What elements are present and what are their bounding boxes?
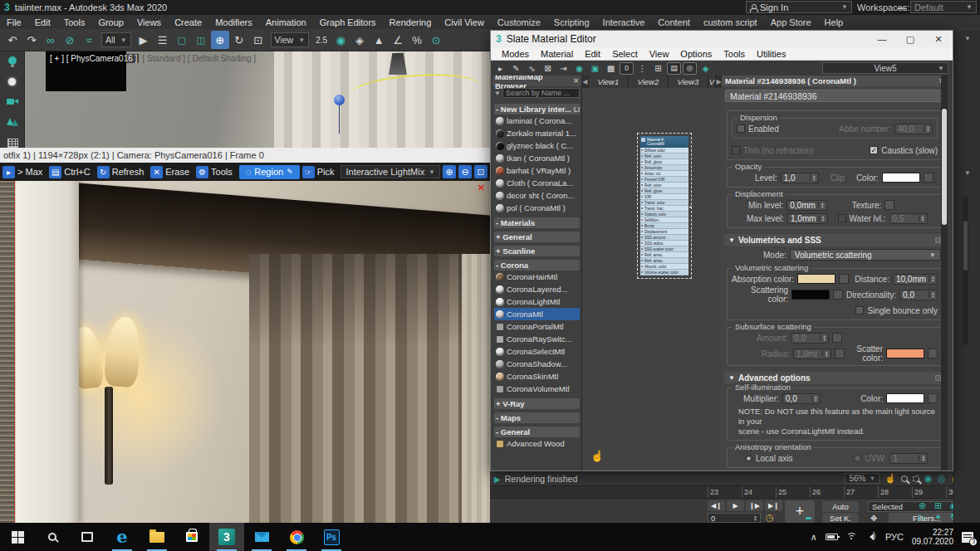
- vfb-lightmix-dropdown[interactable]: Interactive LightMix ▼: [341, 165, 440, 178]
- node-canvas[interactable]: Material #.. CoronaMtl Diffuse colorRefl…: [582, 88, 722, 471]
- menu-item[interactable]: Rendering: [383, 17, 439, 27]
- grid-icon[interactable]: [7, 137, 18, 148]
- vfb-tools-button[interactable]: ⚙ Tools: [196, 166, 237, 178]
- unlink-selection-icon[interactable]: ⊘: [61, 31, 79, 49]
- workspace-dropdown[interactable]: Default ▼: [910, 1, 977, 13]
- taskbar-photoshop[interactable]: Ps: [314, 523, 349, 551]
- show-map-in-viewport-icon[interactable]: ▣: [588, 62, 602, 75]
- timeline-tick[interactable]: 25: [776, 486, 810, 499]
- node-slot[interactable]: Opacity color: [640, 212, 688, 217]
- action-center-icon[interactable]: 3: [962, 532, 973, 543]
- close-button[interactable]: ✕: [924, 31, 953, 47]
- go-to-end-button[interactable]: ▶❙: [765, 500, 782, 511]
- timeline-tick[interactable]: 29: [912, 486, 946, 499]
- menu-item[interactable]: File: [0, 17, 28, 27]
- directionality-spinner[interactable]: 0,0▲▼: [899, 290, 938, 300]
- taskbar-search-button[interactable]: [35, 523, 70, 551]
- browser-row[interactable]: pol ( CoronaMtl ): [494, 202, 580, 214]
- scattering-map-button[interactable]: [833, 290, 843, 300]
- search-input[interactable]: Search by Name ...: [502, 88, 580, 98]
- show-numbers-icon[interactable]: 0: [620, 62, 634, 75]
- rollout-pin-icon[interactable]: [935, 237, 941, 243]
- menu-item[interactable]: Edit: [579, 49, 606, 59]
- menu-item[interactable]: Customize: [491, 17, 547, 27]
- angle-snap-icon[interactable]: ∠: [389, 31, 407, 49]
- vfb-zoom-out-button[interactable]: ⊖: [458, 165, 472, 178]
- zoom-extents-icon[interactable]: ◉: [924, 473, 933, 484]
- light-icon[interactable]: [7, 56, 18, 67]
- uvw-radio[interactable]: [854, 455, 861, 462]
- vfb-region-button[interactable]: ◌ Region ✎: [239, 165, 300, 179]
- menu-item[interactable]: Views: [130, 17, 168, 27]
- menu-item[interactable]: Select: [606, 49, 644, 59]
- pan-hand-icon[interactable]: ☝: [590, 450, 604, 462]
- tab-scroll-right-icon[interactable]: ▶: [716, 76, 722, 88]
- sss-radius-spinner[interactable]: 1,0mr▲▼: [793, 349, 831, 359]
- chevron-down-icon[interactable]: ▼: [964, 35, 971, 42]
- slate-titlebar[interactable]: 3 Slate Material Editor — ▢ ✕: [491, 31, 953, 47]
- taskbar-chrome[interactable]: [279, 523, 314, 551]
- volume-icon[interactable]: [866, 534, 874, 540]
- node-slot[interactable]: SSS scatter color: [640, 246, 688, 252]
- view-tab-partial[interactable]: V: [708, 76, 715, 88]
- scattering-color-swatch[interactable]: [791, 290, 830, 300]
- selection-filter-dropdown[interactable]: All ▼: [101, 32, 131, 47]
- pick-material-icon[interactable]: ✎: [509, 62, 523, 75]
- walkthrough-icon[interactable]: ✦: [931, 511, 945, 523]
- hide-unused-slots-icon[interactable]: ▤: [667, 62, 681, 75]
- use-pivot-icon[interactable]: ◉: [331, 31, 350, 49]
- zoom-all-icon[interactable]: ⊞: [931, 500, 945, 511]
- sss-amount-map-button[interactable]: [832, 333, 842, 343]
- node-slot[interactable]: Fresnel IOR: [640, 177, 688, 183]
- sss-scatter-color-swatch[interactable]: [886, 349, 924, 358]
- node-slot[interactable]: Refr. aniso.: [640, 258, 688, 264]
- menu-item[interactable]: Options: [674, 49, 718, 59]
- browser-row[interactable]: barhat ( VRayMtl ): [494, 164, 580, 177]
- menu-item[interactable]: Graph Editors: [313, 17, 383, 27]
- vfb-copy-button[interactable]: ▤ Ctrl+C: [49, 166, 94, 178]
- select-by-name-icon[interactable]: ☰: [154, 31, 172, 49]
- browser-row[interactable]: - Corona: [494, 260, 580, 271]
- timeline-tick[interactable]: 23: [708, 486, 742, 499]
- crossing-select-icon[interactable]: ◫: [192, 31, 210, 49]
- vfb-refresh-button[interactable]: ↻ Refresh: [97, 166, 149, 178]
- opacity-level-spinner[interactable]: 1,0▲▼: [781, 173, 819, 183]
- bind-to-spacewarp-icon[interactable]: ≈: [80, 31, 98, 49]
- set-key-large-button[interactable]: +: [785, 500, 815, 523]
- absorption-map-button[interactable]: [839, 274, 849, 284]
- select-and-rotate-icon[interactable]: ↻: [230, 31, 248, 49]
- sun-icon[interactable]: [7, 76, 18, 87]
- menu-item[interactable]: Utilities: [751, 49, 791, 59]
- zoom-selected-icon[interactable]: ◎: [683, 62, 697, 75]
- menu-item[interactable]: App Store: [764, 17, 818, 27]
- browser-row[interactable]: CoronaLayered...: [494, 283, 580, 295]
- language-indicator[interactable]: РУС: [885, 532, 904, 542]
- material-name-field[interactable]: Material #2146938936: [725, 90, 944, 102]
- browser-row[interactable]: CoronaSkinMtl: [494, 370, 580, 383]
- close-icon[interactable]: ✕: [573, 77, 579, 85]
- uvw-spinner[interactable]: 1▲▼: [889, 453, 928, 464]
- select-object-icon[interactable]: ▶: [135, 31, 153, 49]
- move-children-icon[interactable]: ⇥: [556, 62, 571, 75]
- material-node[interactable]: Material #.. CoronaMtl Diffuse colorRefl…: [640, 136, 688, 276]
- vfb-titlebar[interactable]: otfix 1) | 1194×728px (2:1) | Camera: Ph…: [0, 148, 490, 163]
- browser-row[interactable]: CoronaRaySwitc...: [494, 333, 580, 345]
- browser-row[interactable]: laminat ( Corona...: [494, 115, 580, 127]
- menu-item[interactable]: Material: [535, 49, 579, 59]
- taskbar-edge[interactable]: e: [105, 523, 140, 551]
- wifi-icon[interactable]: [846, 533, 858, 541]
- browser-row[interactable]: Cloth ( CoronaLa...: [494, 177, 580, 189]
- undo-icon[interactable]: ↶: [3, 31, 22, 49]
- selfillum-multiplier-spinner[interactable]: 0,0▲▼: [782, 393, 821, 404]
- zoom-tool-icon[interactable]: [901, 475, 908, 482]
- camera-icon[interactable]: [7, 96, 18, 107]
- sss-scatter-map-button[interactable]: [928, 349, 938, 358]
- water-level-spinner[interactable]: 0,5▲▼: [889, 213, 928, 224]
- menu-item[interactable]: Tools: [57, 17, 92, 27]
- viewport-standard-label[interactable]: [ Standard ]: [142, 54, 185, 63]
- menu-item[interactable]: Content: [651, 17, 697, 27]
- browser-row[interactable]: CoronaLightMtl: [494, 295, 580, 308]
- battery-icon[interactable]: [826, 534, 838, 540]
- abbe-number-spinner[interactable]: 40,0▲▼: [894, 124, 933, 134]
- zoom-region-icon[interactable]: [913, 475, 919, 482]
